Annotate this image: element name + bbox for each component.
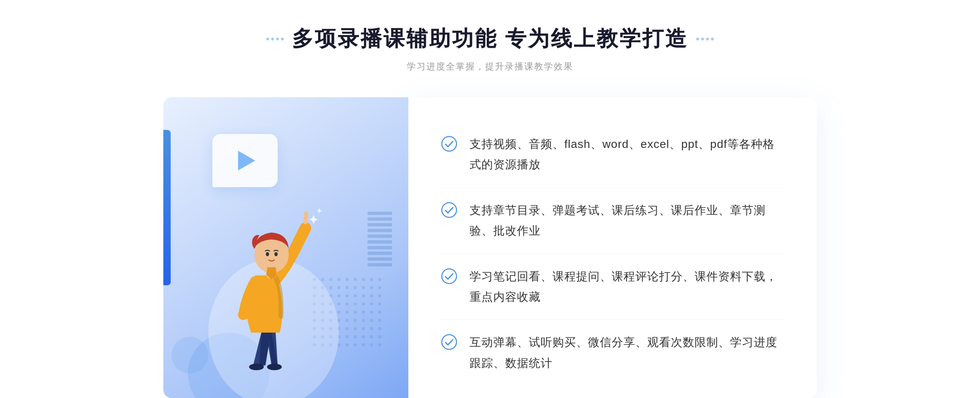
svg-point-78 bbox=[362, 343, 365, 347]
page-subtitle: 学习进度全掌握，提升录播课教学效果 bbox=[407, 60, 573, 73]
svg-point-50 bbox=[354, 319, 357, 322]
play-icon bbox=[238, 151, 255, 170]
feature-item-1: 支持视频、音频、flash、word、excel、ppt、pdf等各种格式的资源… bbox=[441, 122, 784, 188]
stripes-decoration bbox=[368, 212, 392, 261]
svg-point-61 bbox=[370, 327, 373, 330]
svg-point-77 bbox=[354, 343, 357, 347]
svg-point-17 bbox=[378, 286, 381, 289]
svg-point-68 bbox=[354, 335, 357, 338]
svg-point-69 bbox=[362, 335, 365, 338]
title-row: 多项录播课辅助功能 专为线上教学打造 bbox=[266, 25, 714, 53]
svg-point-71 bbox=[378, 335, 381, 338]
svg-point-42 bbox=[362, 311, 365, 314]
svg-point-16 bbox=[370, 286, 373, 289]
svg-point-52 bbox=[370, 319, 373, 322]
svg-point-5 bbox=[354, 278, 357, 281]
svg-point-53 bbox=[378, 319, 381, 322]
svg-point-24 bbox=[362, 294, 365, 297]
feature-item-4: 互动弹幕、试听购买、微信分享、观看次数限制、学习进度跟踪、数据统计 bbox=[441, 320, 784, 386]
svg-point-15 bbox=[362, 286, 365, 289]
svg-point-70 bbox=[370, 335, 373, 338]
title-dots-right bbox=[696, 38, 714, 40]
svg-point-93 bbox=[442, 335, 457, 349]
svg-point-92 bbox=[442, 269, 457, 284]
svg-point-60 bbox=[362, 327, 365, 330]
svg-point-80 bbox=[378, 343, 381, 347]
feature-text-1: 支持视频、音频、flash、word、excel、ppt、pdf等各种格式的资源… bbox=[470, 134, 784, 175]
feature-item-3: 学习笔记回看、课程提问、课程评论打分、课件资料下载，重点内容收藏 bbox=[441, 254, 784, 320]
title-dots-left bbox=[266, 38, 284, 40]
feature-text-3: 学习笔记回看、课程提问、课程评论打分、课件资料下载，重点内容收藏 bbox=[470, 266, 784, 308]
svg-point-85 bbox=[238, 309, 249, 320]
svg-point-91 bbox=[442, 203, 457, 217]
check-icon-2 bbox=[441, 202, 457, 218]
svg-point-90 bbox=[442, 136, 457, 151]
svg-point-23 bbox=[354, 294, 357, 297]
main-title: 多项录播课辅助功能 专为线上教学打造 bbox=[292, 25, 688, 53]
svg-point-26 bbox=[378, 294, 381, 297]
svg-point-6 bbox=[362, 278, 365, 281]
header-section: 多项录播课辅助功能 专为线上教学打造 学习进度全掌握，提升录播课教学效果 bbox=[266, 25, 714, 73]
check-icon-1 bbox=[441, 136, 457, 152]
svg-point-79 bbox=[370, 343, 373, 347]
svg-point-59 bbox=[354, 327, 357, 330]
accent-bar bbox=[163, 130, 171, 285]
svg-point-35 bbox=[378, 302, 381, 306]
info-panel: 支持视频、音频、flash、word、excel、ppt、pdf等各种格式的资源… bbox=[408, 97, 817, 398]
svg-point-89 bbox=[274, 252, 278, 256]
svg-point-41 bbox=[354, 311, 357, 314]
svg-point-43 bbox=[370, 311, 373, 314]
check-icon-4 bbox=[441, 334, 457, 350]
check-icon-3 bbox=[441, 268, 457, 284]
svg-point-82 bbox=[249, 364, 264, 370]
svg-point-8 bbox=[378, 278, 381, 281]
svg-point-32 bbox=[354, 302, 357, 306]
illustration-panel bbox=[163, 97, 408, 398]
svg-point-62 bbox=[378, 327, 381, 330]
feature-item-2: 支持章节目录、弹题考试、课后练习、课后作业、章节测验、批改作业 bbox=[441, 188, 784, 254]
svg-point-88 bbox=[266, 252, 269, 256]
svg-point-34 bbox=[370, 302, 373, 306]
page-wrapper: 多项录播课辅助功能 专为线上教学打造 学习进度全掌握，提升录播课教学效果 » bbox=[0, 0, 980, 398]
svg-point-51 bbox=[362, 319, 365, 322]
svg-point-14 bbox=[354, 286, 357, 289]
svg-point-83 bbox=[267, 364, 282, 370]
feature-text-2: 支持章节目录、弹题考试、课后练习、课后作业、章节测验、批改作业 bbox=[470, 200, 784, 241]
feature-text-4: 互动弹幕、试听购买、微信分享、观看次数限制、学习进度跟踪、数据统计 bbox=[470, 332, 784, 373]
person-illustration bbox=[196, 169, 351, 398]
svg-point-25 bbox=[370, 294, 373, 297]
svg-point-33 bbox=[362, 302, 365, 306]
svg-point-44 bbox=[378, 311, 381, 314]
content-area: » bbox=[163, 97, 817, 398]
svg-point-7 bbox=[370, 278, 373, 281]
